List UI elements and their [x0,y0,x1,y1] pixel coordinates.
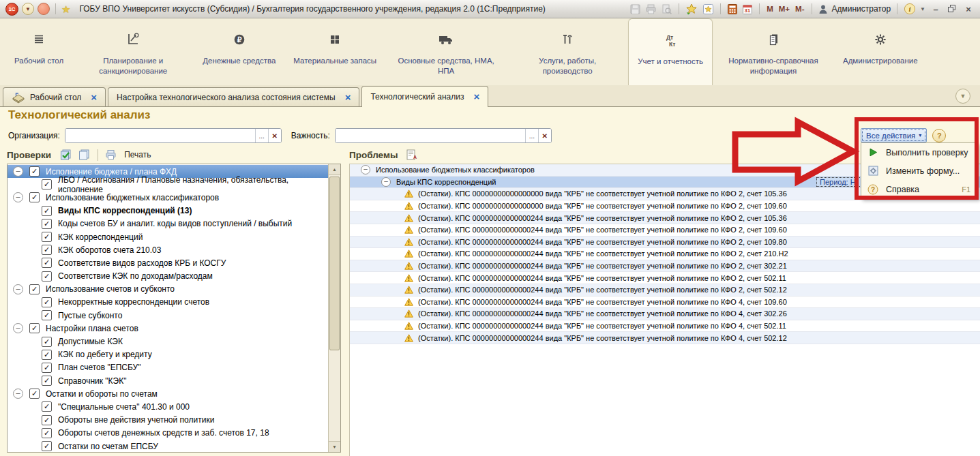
tab[interactable]: Технологический анализ× [361,86,488,107]
problem-row[interactable]: (Остатки). КПС 00000000000000244 вида "К… [350,237,980,249]
tree-item[interactable]: ✓Допустимые КЭК [8,335,328,348]
problem-row[interactable]: (Остатки). КПС 00000000000000000 вида "К… [350,200,980,213]
tree-item[interactable]: ✓КЭК оборотов счета 210.03 [8,243,328,256]
checkbox[interactable]: ✓ [42,179,52,189]
period-cell[interactable]: Период: Н [816,177,863,187]
checkbox[interactable]: ✓ [42,271,52,282]
checkbox[interactable]: ✓ [42,428,52,438]
tree-item[interactable]: ✓"Специальные счета" 401.30 и 000 [8,400,328,413]
tree-item[interactable]: ✓КЭК корреспонденций [8,230,328,243]
problem-row[interactable]: (Остатки). КПС 00000000000000244 вида "К… [350,284,980,297]
calculator-icon[interactable] [727,3,738,15]
checkbox[interactable]: ✓ [42,245,52,255]
scrollbar[interactable]: ▲ ▼ [328,164,340,452]
close-icon[interactable]: × [345,93,351,102]
favorites-icon[interactable] [702,3,714,15]
menu-item[interactable]: Изменить форму... [861,162,977,180]
ribbon-section[interactable]: Основные средства, НМА, НПА [385,18,507,85]
checkbox[interactable]: ✓ [42,415,52,425]
collapse-icon[interactable]: – [13,389,23,399]
importance-lookup-button[interactable]: ... [525,129,538,142]
checkbox[interactable]: ✓ [29,323,40,333]
problem-row[interactable]: (Остатки). КПС 00000000000000244 вида "К… [350,248,980,260]
info-icon[interactable]: i [904,3,916,15]
collapse-icon[interactable]: – [13,166,23,177]
problem-row[interactable]: (Остатки). КПС 00000000000000244 вида "К… [350,297,980,309]
all-actions-button[interactable]: Все действия ▾ [861,128,927,142]
tree-item[interactable]: ✓Пустые субконто [8,309,328,322]
favorites-star-icon[interactable]: ★ [61,4,70,14]
checkbox[interactable]: ✓ [42,363,52,373]
tree-item[interactable]: –✓Остатки и обороты по счетам [8,387,328,400]
memory-subtract-button[interactable]: M- [795,5,805,13]
ribbon-section[interactable]: Услуги, работы, производство [507,18,628,85]
ribbon-section[interactable]: Нормативно-справочная информация [713,18,834,85]
organization-clear-button[interactable]: ✕ [268,129,281,142]
checkbox[interactable]: ✓ [42,219,52,229]
ribbon-section[interactable]: ₽Денежные средства [194,18,284,85]
tab[interactable]: Настройка технологического анализа состо… [108,87,359,106]
close-button[interactable]: × [962,4,975,14]
tree-item[interactable]: ✓Обороты вне действия учетной политики [8,414,328,427]
tree-item[interactable]: ✓ЛБО / Ассигнования / Плановые назначени… [8,178,328,191]
tree-item[interactable]: ✓Остатки по счетам ЕПСБУ [8,440,328,452]
organization-lookup-button[interactable]: ... [255,129,268,142]
add-favorite-icon[interactable] [685,3,698,15]
collapse-icon[interactable]: – [13,323,23,333]
scroll-down-icon[interactable]: ▼ [329,441,340,452]
print-preview-icon[interactable] [661,3,672,15]
tree-item[interactable]: ✓Виды КПС корреспонденций (13) [8,204,328,217]
problem-row[interactable]: (Остатки). КПС 00000000000000244 вида "К… [350,260,980,273]
calendar-icon[interactable]: 31 [742,3,753,15]
collapse-icon[interactable]: – [381,177,391,187]
checkbox[interactable]: ✓ [42,350,52,360]
problem-row[interactable]: (Остатки). КПС 00000000000000244 вида "К… [350,320,980,333]
tree-item[interactable]: ✓Соответствие КЭК по доходам/расходам [8,270,328,283]
checkbox[interactable]: ✓ [42,258,52,268]
report-icon[interactable]: A [405,149,417,161]
print-icon[interactable] [645,3,657,15]
importance-input[interactable] [336,129,525,142]
close-icon[interactable]: × [473,93,479,101]
tree-item[interactable]: ✓КЭК по дебету и кредиту [8,348,328,361]
maximize-button[interactable] [946,4,958,14]
scrollbar-thumb[interactable] [329,177,340,350]
help-button[interactable]: ? [932,129,946,142]
print-icon[interactable] [105,149,117,160]
collapse-icon[interactable]: – [361,165,370,174]
scroll-up-icon[interactable]: ▲ [329,164,340,175]
organization-input[interactable] [65,129,255,142]
tree-item[interactable]: –✓Настройки плана счетов [8,322,328,335]
checkbox[interactable]: ✓ [42,310,52,320]
save-icon[interactable] [629,3,641,15]
problem-row[interactable]: (Остатки). КПС 00000000000000244 вида "К… [350,272,980,284]
tree-item[interactable]: ✓Соответствие видов расходов КРБ и КОСГУ [8,256,328,269]
uncheck-all-icon[interactable] [77,149,91,161]
collapse-icon[interactable]: – [13,192,23,202]
tree-item[interactable]: ✓План счетов "ЕПСБУ" [8,361,328,374]
ribbon-section[interactable]: Материальные запасы [284,18,385,85]
menu-item[interactable]: ?СправкаF1 [861,180,977,198]
tree-item[interactable]: –✓Использование счетов и субконто [8,283,328,296]
chevron-down-icon[interactable]: ▼ [920,6,925,12]
checkbox[interactable]: ✓ [42,232,52,242]
minimize-button[interactable]: – [930,4,942,14]
tab[interactable]: Рабочий стол× [3,87,106,106]
problem-row[interactable]: (Остатки). КПС 00000000000000244 вида "К… [350,332,980,344]
ribbon-section[interactable]: Рабочий стол [5,18,72,85]
checkbox[interactable]: ✓ [29,284,40,294]
checkbox[interactable]: ✓ [42,206,52,216]
record-button[interactable] [38,3,50,15]
problem-row[interactable]: (Остатки). КПС 00000000000000244 вида "К… [350,308,980,320]
checkbox[interactable]: ✓ [29,389,40,399]
collapse-icon[interactable]: – [13,284,23,294]
main-menu-button[interactable]: ▼ [22,3,34,15]
memory-add-button[interactable]: M+ [778,5,790,13]
problem-row[interactable]: (Остатки). КПС 00000000000000244 вида "К… [350,212,980,224]
tab-list-button[interactable]: ▼ [955,89,970,104]
tree-item[interactable]: ✓Обороты счетов денежных средств и заб. … [8,427,328,440]
tree-item[interactable]: ✓Некорректные корреспонденции счетов [8,296,328,309]
importance-clear-button[interactable]: ✕ [538,129,551,142]
checkbox[interactable]: ✓ [42,376,52,386]
checkbox[interactable]: ✓ [42,297,52,307]
